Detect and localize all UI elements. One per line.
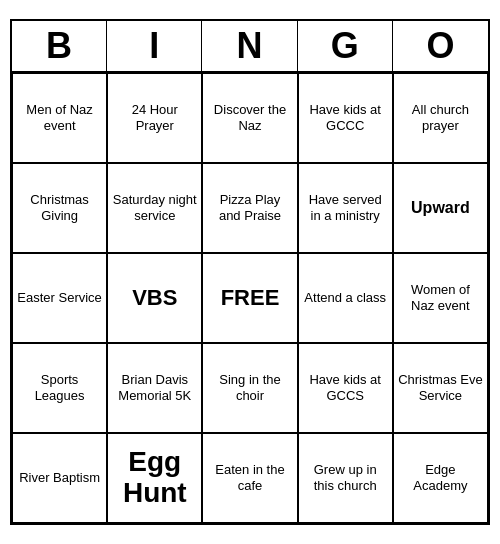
cell-text-6: Saturday night service <box>112 192 197 223</box>
cell-text-5: Christmas Giving <box>17 192 102 223</box>
header-letter-n: N <box>202 21 297 71</box>
cell-text-8: Have served in a ministry <box>303 192 388 223</box>
cell-text-20: River Baptism <box>19 470 100 486</box>
cell-text-4: All church prayer <box>398 102 483 133</box>
header-letter-b: B <box>12 21 107 71</box>
bingo-cell-16: Brian Davis Memorial 5K <box>107 343 202 433</box>
bingo-cell-22: Eaten in the cafe <box>202 433 297 523</box>
cell-text-22: Eaten in the cafe <box>207 462 292 493</box>
bingo-cell-1: 24 Hour Prayer <box>107 73 202 163</box>
bingo-cell-8: Have served in a ministry <box>298 163 393 253</box>
header-letter-g: G <box>298 21 393 71</box>
cell-text-18: Have kids at GCCS <box>303 372 388 403</box>
bingo-cell-14: Women of Naz event <box>393 253 488 343</box>
cell-text-10: Easter Service <box>17 290 102 306</box>
cell-text-1: 24 Hour Prayer <box>112 102 197 133</box>
cell-text-9: Upward <box>411 198 470 217</box>
cell-text-3: Have kids at GCCC <box>303 102 388 133</box>
bingo-cell-21: Egg Hunt <box>107 433 202 523</box>
header-letter-i: I <box>107 21 202 71</box>
cell-text-14: Women of Naz event <box>398 282 483 313</box>
cell-text-19: Christmas Eve Service <box>398 372 483 403</box>
header-letter-o: O <box>393 21 488 71</box>
cell-text-12: FREE <box>221 285 280 311</box>
bingo-header: BINGO <box>12 21 488 73</box>
bingo-cell-10: Easter Service <box>12 253 107 343</box>
bingo-cell-2: Discover the Naz <box>202 73 297 163</box>
bingo-cell-17: Sing in the choir <box>202 343 297 433</box>
bingo-cell-4: All church prayer <box>393 73 488 163</box>
bingo-cell-20: River Baptism <box>12 433 107 523</box>
bingo-cell-12: FREE <box>202 253 297 343</box>
bingo-cell-19: Christmas Eve Service <box>393 343 488 433</box>
bingo-cell-13: Attend a class <box>298 253 393 343</box>
bingo-cell-11: VBS <box>107 253 202 343</box>
cell-text-13: Attend a class <box>304 290 386 306</box>
bingo-cell-23: Grew up in this church <box>298 433 393 523</box>
bingo-cell-5: Christmas Giving <box>12 163 107 253</box>
cell-text-23: Grew up in this church <box>303 462 388 493</box>
bingo-cell-3: Have kids at GCCC <box>298 73 393 163</box>
bingo-cell-7: Pizza Play and Praise <box>202 163 297 253</box>
cell-text-16: Brian Davis Memorial 5K <box>112 372 197 403</box>
cell-text-7: Pizza Play and Praise <box>207 192 292 223</box>
bingo-cell-24: Edge Academy <box>393 433 488 523</box>
bingo-cell-0: Men of Naz event <box>12 73 107 163</box>
cell-text-0: Men of Naz event <box>17 102 102 133</box>
bingo-cell-15: Sports Leagues <box>12 343 107 433</box>
cell-text-21: Egg Hunt <box>112 447 197 509</box>
cell-text-2: Discover the Naz <box>207 102 292 133</box>
bingo-card: BINGO Men of Naz event24 Hour PrayerDisc… <box>10 19 490 525</box>
cell-text-11: VBS <box>132 285 177 311</box>
bingo-cell-6: Saturday night service <box>107 163 202 253</box>
cell-text-24: Edge Academy <box>398 462 483 493</box>
bingo-grid: Men of Naz event24 Hour PrayerDiscover t… <box>12 73 488 523</box>
cell-text-17: Sing in the choir <box>207 372 292 403</box>
bingo-cell-18: Have kids at GCCS <box>298 343 393 433</box>
bingo-cell-9: Upward <box>393 163 488 253</box>
cell-text-15: Sports Leagues <box>17 372 102 403</box>
